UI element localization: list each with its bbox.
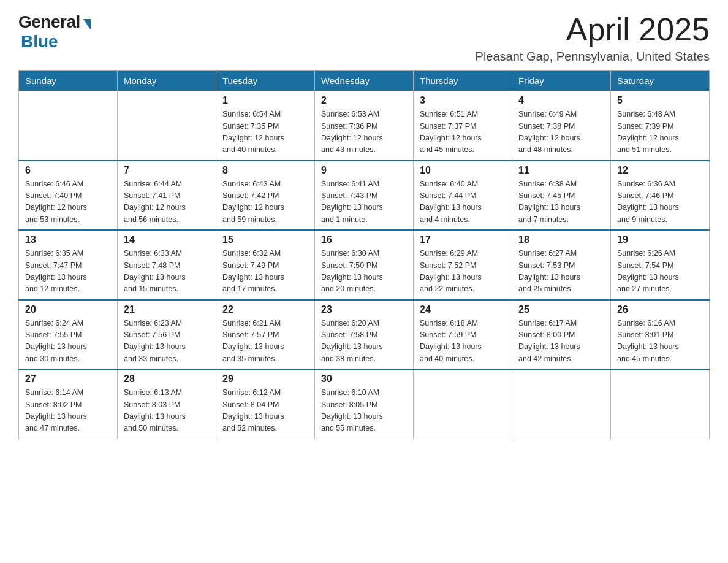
day-info: Sunrise: 6:36 AM Sunset: 7:46 PM Dayligh… bbox=[617, 178, 703, 226]
calendar-cell: 24Sunrise: 6:18 AM Sunset: 7:59 PM Dayli… bbox=[414, 300, 512, 370]
day-info: Sunrise: 6:30 AM Sunset: 7:50 PM Dayligh… bbox=[321, 248, 407, 296]
logo-blue-text: Blue bbox=[21, 32, 58, 52]
calendar-cell: 7Sunrise: 6:44 AM Sunset: 7:41 PM Daylig… bbox=[118, 161, 216, 231]
day-info: Sunrise: 6:21 AM Sunset: 7:57 PM Dayligh… bbox=[222, 318, 308, 366]
day-number: 30 bbox=[321, 373, 407, 385]
calendar-cell: 12Sunrise: 6:36 AM Sunset: 7:46 PM Dayli… bbox=[611, 161, 710, 231]
calendar-cell: 1Sunrise: 6:54 AM Sunset: 7:35 PM Daylig… bbox=[216, 91, 315, 161]
calendar-cell: 13Sunrise: 6:35 AM Sunset: 7:47 PM Dayli… bbox=[19, 230, 118, 300]
day-info: Sunrise: 6:46 AM Sunset: 7:40 PM Dayligh… bbox=[25, 178, 111, 226]
day-info: Sunrise: 6:10 AM Sunset: 8:05 PM Dayligh… bbox=[321, 387, 407, 435]
day-number: 18 bbox=[518, 234, 604, 245]
calendar-cell: 30Sunrise: 6:10 AM Sunset: 8:05 PM Dayli… bbox=[315, 369, 414, 439]
day-info: Sunrise: 6:44 AM Sunset: 7:41 PM Dayligh… bbox=[124, 178, 210, 226]
col-monday: Monday bbox=[118, 71, 216, 91]
calendar-cell: 29Sunrise: 6:12 AM Sunset: 8:04 PM Dayli… bbox=[216, 369, 315, 439]
day-number: 20 bbox=[25, 304, 111, 315]
calendar-cell bbox=[19, 91, 118, 161]
day-number: 5 bbox=[617, 95, 703, 106]
location-title: Pleasant Gap, Pennsylvania, United State… bbox=[476, 50, 710, 64]
day-number: 15 bbox=[222, 234, 308, 245]
day-number: 8 bbox=[222, 165, 308, 176]
calendar-week-row: 6Sunrise: 6:46 AM Sunset: 7:40 PM Daylig… bbox=[19, 161, 710, 231]
calendar-cell: 27Sunrise: 6:14 AM Sunset: 8:02 PM Dayli… bbox=[19, 369, 118, 439]
day-number: 11 bbox=[518, 165, 604, 176]
day-number: 7 bbox=[124, 165, 210, 176]
day-info: Sunrise: 6:53 AM Sunset: 7:36 PM Dayligh… bbox=[321, 109, 407, 156]
calendar-cell: 26Sunrise: 6:16 AM Sunset: 8:01 PM Dayli… bbox=[611, 300, 710, 370]
calendar-cell: 11Sunrise: 6:38 AM Sunset: 7:45 PM Dayli… bbox=[512, 161, 611, 231]
calendar-cell: 20Sunrise: 6:24 AM Sunset: 7:55 PM Dayli… bbox=[19, 300, 118, 370]
day-number: 16 bbox=[321, 234, 407, 245]
logo-general-text: General bbox=[18, 12, 80, 32]
calendar-cell: 17Sunrise: 6:29 AM Sunset: 7:52 PM Dayli… bbox=[414, 230, 512, 300]
calendar-cell bbox=[118, 91, 216, 161]
day-info: Sunrise: 6:24 AM Sunset: 7:55 PM Dayligh… bbox=[25, 318, 111, 366]
day-info: Sunrise: 6:38 AM Sunset: 7:45 PM Dayligh… bbox=[518, 178, 604, 226]
day-number: 6 bbox=[25, 165, 111, 176]
day-number: 24 bbox=[420, 304, 506, 315]
col-thursday: Thursday bbox=[414, 71, 512, 91]
calendar-week-row: 27Sunrise: 6:14 AM Sunset: 8:02 PM Dayli… bbox=[19, 369, 710, 439]
day-info: Sunrise: 6:27 AM Sunset: 7:53 PM Dayligh… bbox=[518, 248, 604, 296]
day-number: 9 bbox=[321, 165, 407, 176]
col-saturday: Saturday bbox=[611, 71, 710, 91]
day-number: 23 bbox=[321, 304, 407, 315]
calendar-cell bbox=[512, 369, 611, 439]
col-wednesday: Wednesday bbox=[315, 71, 414, 91]
calendar-cell: 4Sunrise: 6:49 AM Sunset: 7:38 PM Daylig… bbox=[512, 91, 611, 161]
day-info: Sunrise: 6:32 AM Sunset: 7:49 PM Dayligh… bbox=[222, 248, 308, 296]
day-info: Sunrise: 6:12 AM Sunset: 8:04 PM Dayligh… bbox=[222, 387, 308, 435]
calendar-cell: 18Sunrise: 6:27 AM Sunset: 7:53 PM Dayli… bbox=[512, 230, 611, 300]
calendar-week-row: 1Sunrise: 6:54 AM Sunset: 7:35 PM Daylig… bbox=[19, 91, 710, 161]
col-sunday: Sunday bbox=[19, 71, 118, 91]
calendar-cell: 22Sunrise: 6:21 AM Sunset: 7:57 PM Dayli… bbox=[216, 300, 315, 370]
calendar-cell: 21Sunrise: 6:23 AM Sunset: 7:56 PM Dayli… bbox=[118, 300, 216, 370]
day-number: 28 bbox=[124, 373, 210, 385]
day-info: Sunrise: 6:54 AM Sunset: 7:35 PM Dayligh… bbox=[222, 109, 308, 156]
day-info: Sunrise: 6:18 AM Sunset: 7:59 PM Dayligh… bbox=[420, 318, 506, 366]
calendar-cell bbox=[611, 369, 710, 439]
day-info: Sunrise: 6:17 AM Sunset: 8:00 PM Dayligh… bbox=[518, 318, 604, 366]
col-tuesday: Tuesday bbox=[216, 71, 315, 91]
month-title: April 2025 bbox=[476, 12, 710, 47]
day-info: Sunrise: 6:51 AM Sunset: 7:37 PM Dayligh… bbox=[420, 109, 506, 156]
calendar-cell: 2Sunrise: 6:53 AM Sunset: 7:36 PM Daylig… bbox=[315, 91, 414, 161]
logo: General Blue bbox=[18, 12, 91, 52]
calendar-cell: 10Sunrise: 6:40 AM Sunset: 7:44 PM Dayli… bbox=[414, 161, 512, 231]
day-number: 17 bbox=[420, 234, 506, 245]
day-number: 22 bbox=[222, 304, 308, 315]
calendar-cell bbox=[414, 369, 512, 439]
calendar-cell: 6Sunrise: 6:46 AM Sunset: 7:40 PM Daylig… bbox=[19, 161, 118, 231]
day-info: Sunrise: 6:20 AM Sunset: 7:58 PM Dayligh… bbox=[321, 318, 407, 366]
logo-arrow-icon bbox=[83, 19, 91, 30]
day-info: Sunrise: 6:35 AM Sunset: 7:47 PM Dayligh… bbox=[25, 248, 111, 296]
calendar-week-row: 13Sunrise: 6:35 AM Sunset: 7:47 PM Dayli… bbox=[19, 230, 710, 300]
calendar-cell: 19Sunrise: 6:26 AM Sunset: 7:54 PM Dayli… bbox=[611, 230, 710, 300]
day-number: 19 bbox=[617, 234, 703, 245]
day-info: Sunrise: 6:14 AM Sunset: 8:02 PM Dayligh… bbox=[25, 387, 111, 435]
calendar-table: Sunday Monday Tuesday Wednesday Thursday… bbox=[18, 70, 710, 439]
page-header: General Blue April 2025 Pleasant Gap, Pe… bbox=[18, 12, 710, 64]
calendar-week-row: 20Sunrise: 6:24 AM Sunset: 7:55 PM Dayli… bbox=[19, 300, 710, 370]
day-number: 1 bbox=[222, 95, 308, 106]
calendar-cell: 28Sunrise: 6:13 AM Sunset: 8:03 PM Dayli… bbox=[118, 369, 216, 439]
calendar-cell: 14Sunrise: 6:33 AM Sunset: 7:48 PM Dayli… bbox=[118, 230, 216, 300]
calendar-cell: 16Sunrise: 6:30 AM Sunset: 7:50 PM Dayli… bbox=[315, 230, 414, 300]
day-number: 29 bbox=[222, 373, 308, 385]
title-area: April 2025 Pleasant Gap, Pennsylvania, U… bbox=[476, 12, 710, 64]
day-number: 27 bbox=[25, 373, 111, 385]
day-number: 26 bbox=[617, 304, 703, 315]
day-info: Sunrise: 6:43 AM Sunset: 7:42 PM Dayligh… bbox=[222, 178, 308, 226]
day-number: 12 bbox=[617, 165, 703, 176]
day-number: 4 bbox=[518, 95, 604, 106]
day-info: Sunrise: 6:16 AM Sunset: 8:01 PM Dayligh… bbox=[617, 318, 703, 366]
day-number: 2 bbox=[321, 95, 407, 106]
day-number: 3 bbox=[420, 95, 506, 106]
day-info: Sunrise: 6:49 AM Sunset: 7:38 PM Dayligh… bbox=[518, 109, 604, 156]
calendar-cell: 25Sunrise: 6:17 AM Sunset: 8:00 PM Dayli… bbox=[512, 300, 611, 370]
day-number: 10 bbox=[420, 165, 506, 176]
col-friday: Friday bbox=[512, 71, 611, 91]
day-info: Sunrise: 6:13 AM Sunset: 8:03 PM Dayligh… bbox=[124, 387, 210, 435]
calendar-header-row: Sunday Monday Tuesday Wednesday Thursday… bbox=[19, 71, 710, 91]
